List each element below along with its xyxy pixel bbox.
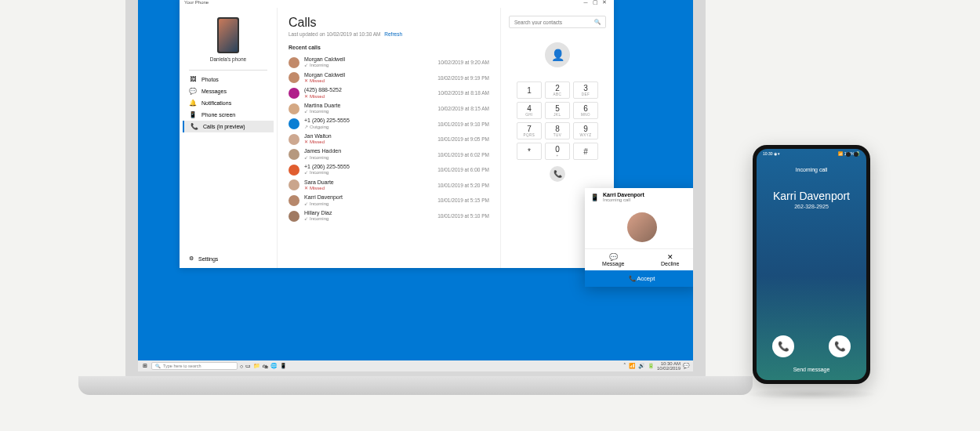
- dialpad-key-0[interactable]: 0+: [545, 143, 570, 160]
- call-timestamp: 10/01/2019 at 6:00 PM: [437, 167, 489, 172]
- your-phone-window: Your Phone ─ ▢ ✕ Daniela's phone 🖼Photos…: [180, 0, 614, 268]
- cortana-icon[interactable]: ○: [240, 364, 243, 369]
- calls-heading: Calls: [289, 16, 489, 30]
- caller-avatar: [289, 165, 299, 176]
- search-icon: 🔍: [155, 364, 161, 368]
- call-row[interactable]: Martina Duarte ↙ Incoming 10/02/2019 at …: [289, 101, 489, 117]
- sidebar-item-phone-screen[interactable]: 📱Phone screen: [183, 109, 274, 121]
- call-row[interactable]: Hillary Diaz ↙ Incoming 10/01/2019 at 5:…: [289, 208, 489, 224]
- laptop-frame: Your Phone ─ ▢ ✕ Daniela's phone 🖼Photos…: [125, 0, 706, 384]
- caller-avatar: [289, 149, 299, 160]
- settings-button[interactable]: ⚙ Settings: [183, 252, 274, 265]
- minimize-button[interactable]: ─: [581, 0, 590, 5]
- phone-decline-button[interactable]: 📞: [829, 335, 851, 357]
- task-view-icon[interactable]: ▭: [245, 363, 251, 369]
- nav-label: Photos: [201, 77, 219, 82]
- refresh-link[interactable]: Refresh: [384, 31, 402, 37]
- phone-status-left: 10:30 ◉ ▾: [763, 151, 780, 156]
- your-phone-taskbar-icon[interactable]: 📱: [280, 363, 287, 369]
- sidebar-item-photos[interactable]: 🖼Photos: [183, 74, 274, 85]
- settings-label: Settings: [198, 256, 218, 262]
- smartphone-frame: 10:30 ◉ ▾ 📶 100% 🔋 Incoming call Karri D…: [753, 145, 870, 384]
- phone-caller-name: Karri Davenport: [773, 190, 850, 202]
- search-icon: 🔍: [594, 19, 601, 25]
- search-input[interactable]: [514, 20, 594, 25]
- dialpad-key-6[interactable]: 6MNO: [573, 102, 598, 119]
- nav-label: Messages: [201, 89, 227, 94]
- dialpad-key-4[interactable]: 4GHI: [517, 102, 542, 119]
- edge-icon[interactable]: 🌐: [270, 363, 278, 369]
- close-button[interactable]: ✕: [600, 0, 609, 5]
- taskbar-date[interactable]: 10/02/2019: [657, 366, 681, 371]
- phone-preview[interactable]: Daniela's phone: [183, 11, 274, 67]
- call-timestamp: 10/01/2019 at 5:10 PM: [437, 213, 489, 219]
- caller-avatar: [289, 57, 299, 68]
- call-status: ✕ Missed: [304, 78, 433, 84]
- dialpad-key-5[interactable]: 5JKL: [545, 102, 570, 119]
- call-row[interactable]: +1 (206) 225-5555 ↗ Outgoing 10/01/2019 …: [289, 116, 489, 132]
- dialpad-key-7[interactable]: 7PQRS: [517, 122, 542, 139]
- caller-avatar: [289, 72, 299, 83]
- taskbar-search[interactable]: 🔍 Type here to search: [151, 362, 238, 370]
- window-titlebar: Your Phone ─ ▢ ✕: [180, 0, 614, 8]
- caller-avatar: [289, 211, 299, 222]
- call-timestamp: 10/01/2019 at 9:10 PM: [437, 121, 489, 127]
- phone-caller-number: 262-328-2925: [794, 204, 829, 209]
- sidebar-item-notifications[interactable]: 🔔Notifications: [183, 97, 274, 109]
- toast-message-button[interactable]: 💬 Message: [585, 249, 642, 270]
- call-row[interactable]: (425) 888-5252 ✕ Missed 10/02/2019 at 8:…: [289, 85, 489, 101]
- call-row[interactable]: Karri Davenport ↙ Incoming 10/01/2019 at…: [289, 193, 489, 208]
- store-icon[interactable]: 🛍: [263, 364, 268, 369]
- sidebar-item-messages[interactable]: 💬Messages: [183, 85, 274, 97]
- tray-chevron-icon[interactable]: ˄: [623, 363, 626, 369]
- dialpad-key-1[interactable]: 1: [517, 81, 542, 99]
- call-timestamp: 10/02/2019 at 9:19 PM: [437, 75, 489, 81]
- nav-icon: 🖼: [189, 76, 197, 83]
- caller-name: +1 (206) 225-5555: [304, 118, 433, 124]
- sidebar-item-calls-in-preview-[interactable]: 📞Calls (in preview): [183, 121, 274, 132]
- nav-list: 🖼Photos💬Messages🔔Notifications📱Phone scr…: [183, 74, 274, 132]
- network-icon[interactable]: 📶: [629, 363, 636, 369]
- call-status: ↙ Incoming: [304, 201, 433, 207]
- taskbar: ⊞ 🔍 Type here to search ○ ▭ 📁 🛍 🌐 📱 ˄ 📶 …: [138, 360, 693, 371]
- call-status: ✕ Missed: [304, 139, 433, 145]
- dialpad-key-#[interactable]: #: [573, 143, 598, 160]
- dialpad-key-2[interactable]: 2ABC: [545, 81, 570, 99]
- nav-icon: 🔔: [189, 100, 197, 107]
- call-list: Morgan Caldwell ↙ Incoming 10/02/2019 at…: [289, 55, 489, 223]
- dialpad-key-9[interactable]: 9WXYZ: [573, 122, 598, 139]
- laptop-base: [78, 376, 753, 395]
- caller-avatar: [289, 179, 299, 190]
- maximize-button[interactable]: ▢: [590, 0, 600, 5]
- desktop-screen: Your Phone ─ ▢ ✕ Daniela's phone 🖼Photos…: [138, 0, 693, 371]
- start-button[interactable]: ⊞: [141, 363, 149, 369]
- toast-decline-button[interactable]: ✕ Decline: [642, 249, 694, 270]
- dialpad-key-8[interactable]: 8TUV: [545, 122, 570, 139]
- caller-avatar: [289, 103, 299, 114]
- volume-icon[interactable]: 🔊: [638, 363, 645, 369]
- toast-accept-button[interactable]: 📞 Accept: [585, 270, 693, 287]
- window-title: Your Phone: [184, 0, 581, 5]
- call-row[interactable]: Morgan Caldwell ✕ Missed 10/02/2019 at 9…: [289, 71, 489, 86]
- call-row[interactable]: James Hadden ↙ Incoming 10/01/2019 at 6:…: [289, 147, 489, 162]
- incoming-call-toast: 📱 Karri Davenport Incoming call 💬 Messag…: [585, 188, 693, 287]
- toast-caller-name: Karri Davenport: [603, 192, 644, 197]
- caller-name: Morgan Caldwell: [304, 72, 433, 78]
- call-row[interactable]: Jan Walton ✕ Missed 10/01/2019 at 9:05 P…: [289, 132, 489, 147]
- battery-icon[interactable]: 🔋: [648, 363, 655, 369]
- call-row[interactable]: Sara Duarte ✕ Missed 10/01/2019 at 5:20 …: [289, 178, 489, 194]
- call-timestamp: 10/01/2019 at 5:15 PM: [437, 197, 489, 203]
- phone-answer-button[interactable]: 📞: [772, 335, 794, 357]
- dialpad-key-3[interactable]: 3DEF: [573, 81, 598, 99]
- contact-search[interactable]: 🔍: [509, 16, 606, 28]
- dialpad-key-*[interactable]: *: [517, 143, 542, 160]
- call-status: ↙ Incoming: [304, 109, 434, 114]
- call-row[interactable]: +1 (206) 225-5555 ↙ Incoming 10/01/2019 …: [289, 162, 489, 178]
- phone-send-message[interactable]: Send message: [793, 367, 830, 372]
- contact-avatar-placeholder: 👤: [545, 42, 570, 67]
- caller-avatar: [289, 134, 299, 145]
- notifications-icon[interactable]: 💬: [683, 363, 690, 369]
- explorer-icon[interactable]: 📁: [253, 363, 260, 369]
- call-button[interactable]: 📞: [550, 166, 565, 182]
- call-row[interactable]: Morgan Caldwell ↙ Incoming 10/02/2019 at…: [289, 55, 489, 71]
